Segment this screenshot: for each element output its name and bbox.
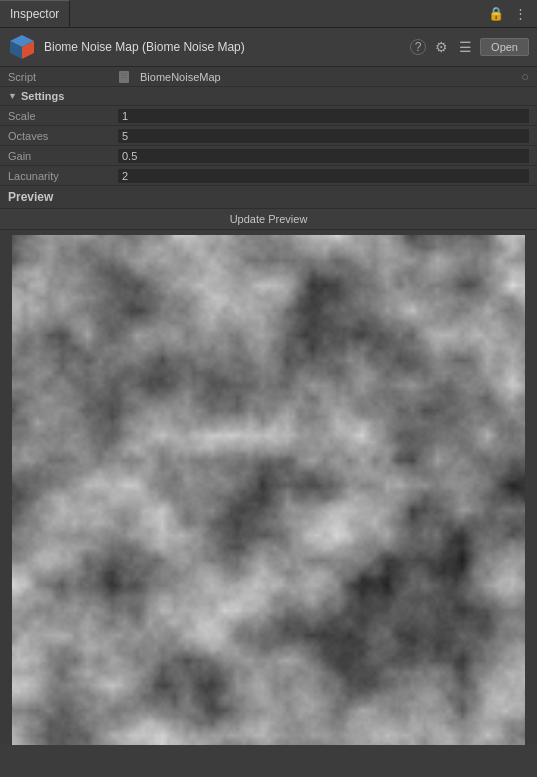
settings-triangle-icon: ▼	[8, 91, 17, 101]
settings-field-row-1: Octaves	[0, 126, 537, 146]
open-button[interactable]: Open	[480, 38, 529, 56]
field-label-scale: Scale	[8, 110, 118, 122]
field-input-octaves[interactable]	[118, 129, 529, 143]
settings-fields: ScaleOctavesGainLacunarity	[0, 106, 537, 186]
script-filename[interactable]: BiomeNoiseMap	[140, 71, 221, 83]
field-label-lacunarity: Lacunarity	[8, 170, 118, 182]
layout-icon[interactable]: ☰	[456, 38, 474, 56]
field-label-octaves: Octaves	[8, 130, 118, 142]
help-icon[interactable]: ?	[410, 39, 426, 55]
tab-icons: 🔒 ⋮	[487, 5, 537, 23]
preview-label: Preview	[8, 190, 53, 204]
field-input-scale[interactable]	[118, 109, 529, 123]
cube-icon	[8, 33, 36, 61]
field-input-lacunarity[interactable]	[118, 169, 529, 183]
field-value-wrapper-0	[118, 109, 529, 123]
field-value-wrapper-1	[118, 129, 529, 143]
field-input-gain[interactable]	[118, 149, 529, 163]
update-preview-button[interactable]: Update Preview	[230, 213, 308, 225]
inspector-tab-label: Inspector	[10, 7, 59, 21]
svg-rect-4	[121, 73, 127, 74]
script-info-icon[interactable]: ○	[521, 69, 529, 84]
inspector-content: Script BiomeNoiseMap ○ ▼ Settings ScaleO…	[0, 67, 537, 745]
settings-icon[interactable]: ⚙	[432, 38, 450, 56]
settings-field-row-3: Lacunarity	[0, 166, 537, 186]
settings-field-row-0: Scale	[0, 106, 537, 126]
settings-field-row-2: Gain	[0, 146, 537, 166]
header-title: Biome Noise Map (Biome Noise Map)	[44, 40, 245, 54]
script-label: Script	[8, 71, 118, 83]
noise-preview	[12, 235, 525, 745]
script-value: BiomeNoiseMap	[118, 70, 521, 84]
field-label-gain: Gain	[8, 150, 118, 162]
lock-icon[interactable]: 🔒	[487, 5, 505, 23]
inspector-tab[interactable]: Inspector	[0, 0, 70, 27]
svg-rect-6	[121, 77, 125, 78]
header-row: Biome Noise Map (Biome Noise Map) ? ⚙ ☰ …	[0, 28, 537, 67]
field-value-wrapper-3	[118, 169, 529, 183]
script-field-row: Script BiomeNoiseMap ○	[0, 67, 537, 87]
more-options-icon[interactable]: ⋮	[511, 5, 529, 23]
preview-section-header: Preview	[0, 186, 537, 209]
settings-section-header[interactable]: ▼ Settings	[0, 87, 537, 106]
script-file-icon	[118, 70, 132, 84]
field-value-wrapper-2	[118, 149, 529, 163]
svg-rect-5	[121, 75, 127, 76]
header-left: Biome Noise Map (Biome Noise Map)	[8, 33, 245, 61]
update-preview-row: Update Preview	[0, 209, 537, 230]
tab-bar: Inspector 🔒 ⋮	[0, 0, 537, 28]
header-right: ? ⚙ ☰ Open	[410, 38, 529, 56]
settings-label: Settings	[21, 90, 64, 102]
